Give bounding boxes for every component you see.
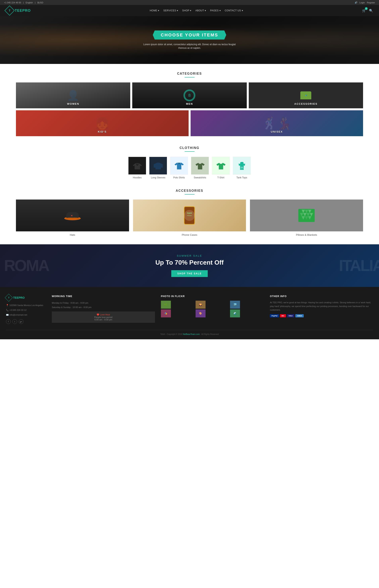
speaker-icon: 🔊	[355, 1, 358, 4]
hoodie-svg	[132, 160, 143, 171]
clothing-polo[interactable]: Polo Shirts	[170, 157, 188, 179]
twitter-icon[interactable]: t	[12, 319, 17, 324]
hats-label: Hats	[70, 233, 75, 236]
polo-svg	[174, 160, 185, 171]
nav-home[interactable]: HOME ▾	[150, 9, 159, 12]
clothing-tanktops[interactable]: INKED DO BETTER Tank Tops	[233, 157, 251, 179]
currency-selector[interactable]: $USD	[37, 1, 43, 4]
logo[interactable]: T TEEPRO	[6, 7, 31, 14]
categories-row2: 👧 KID'S 🕺💃 UNISEX	[16, 110, 363, 136]
clothing-longsleeves[interactable]: Long Sleeves	[149, 157, 167, 179]
login-link[interactable]: Login	[360, 1, 365, 4]
nav-contact[interactable]: CONTACT US ▾	[225, 9, 243, 12]
tshirt-label: T-Shirt	[217, 176, 224, 179]
sale-banner: SUMMER SALE Up To 70% Percent Off SHOP T…	[0, 244, 379, 287]
accessories-grid: M Hats Digital Follower Phone Cases	[16, 200, 363, 236]
accessory-phonecases[interactable]: Digital Follower Phone Cases	[133, 200, 246, 236]
shop-sale-button[interactable]: SHOP THE SALE	[171, 270, 207, 277]
cart-icon[interactable]: 🛒 0	[362, 9, 366, 13]
nav-pages[interactable]: PAGES ▾	[210, 9, 221, 12]
header: T TEEPRO HOME ▾ SERVICES ▾ SHOP ▾ ABOUT …	[0, 5, 379, 16]
footer-email: ✉️ info@cmsmart.net	[6, 313, 46, 317]
visa-icon: VISA	[287, 314, 294, 317]
phone-number: +1 045 224 48 00	[4, 1, 21, 4]
flickr-photo-5[interactable]: 🎨	[196, 309, 205, 317]
flickr-photo-6[interactable]: 🌊	[230, 309, 240, 317]
hat-svg: M	[63, 207, 81, 223]
cat-label-kids: KID'S	[98, 130, 107, 133]
nav-services[interactable]: SERVICES ▾	[163, 9, 178, 12]
sweatshirts-label: Sweatshirts	[194, 176, 206, 179]
main-nav: HOME ▾ SERVICES ▾ SHOP ▾ ABOUT ▾ PAGES ▾…	[150, 9, 243, 12]
flickr-photo-3[interactable]: 🏙️	[230, 301, 240, 309]
footer-photos-grid: 🌿 🌄 🏙️ 🎭 🎨 🌊	[161, 301, 264, 317]
clothing-tshirt[interactable]: T-Shirt	[212, 157, 230, 179]
footer-bottom: Tshirt - Copyright © 2018 NetBaseTeam.co…	[6, 330, 373, 335]
top-bar: +1 045 224 48 00 | English | $USD 🔊 Logi…	[0, 0, 379, 5]
svg-text:Follower: Follower	[187, 215, 192, 216]
clothing-hoodies[interactable]: Hoodies	[128, 157, 146, 179]
language-selector[interactable]: English	[26, 1, 33, 4]
hero-background	[0, 16, 379, 64]
accessories-main-title: ACCESSORIES	[16, 189, 363, 195]
footer-working-title: WORKING TIME	[52, 295, 155, 298]
footer-flickr-title: PHOTO IN FLICKR	[161, 295, 264, 298]
facebook-icon[interactable]: f	[6, 319, 11, 324]
accessory-pillows[interactable]: Pillows & Blankets	[250, 200, 363, 236]
credit-link[interactable]: NetBaseTeam.com	[183, 333, 200, 335]
flickr-photo-1[interactable]: 🌿	[161, 301, 171, 309]
category-accessories[interactable]: 🧢 ACCESSORIES	[249, 82, 363, 108]
footer-col-other: OTHER INFO At TEE PRO, we're good at two…	[270, 295, 373, 324]
hero-subtitle: Lorem ipsum dolor sit amet, consectetur …	[140, 43, 239, 50]
footer-col-flickr: PHOTO IN FLICKR 🌿 🌄 🏙️ 🎭 🎨 🌊	[161, 295, 264, 324]
footer-love-hour: ❤️ Love Hour People love period 6:00 am …	[52, 311, 155, 323]
cat-label-accessories: ACCESSORIES	[294, 102, 317, 105]
nav-about[interactable]: ABOUT ▾	[195, 9, 206, 12]
category-women[interactable]: 👤 WOMEN	[16, 82, 130, 108]
footer-col-brand: T TEEPRO 📍 102580 Santa Monica Los Angel…	[6, 295, 46, 324]
polo-img	[170, 157, 188, 175]
footer-social: f t g+	[6, 319, 46, 324]
paypal-icon: PayPal	[270, 314, 279, 317]
tanktops-img: INKED DO BETTER	[233, 157, 251, 175]
flickr-photo-4[interactable]: 🎭	[161, 309, 171, 317]
tanktop-svg: INKED DO BETTER	[237, 160, 247, 171]
footer-logo[interactable]: T TEEPRO	[6, 295, 46, 300]
clothing-section: CLOTHING Hoodies Long Sleeves	[0, 144, 379, 187]
hero-title: CHOOSE YOUR ITEMS	[161, 32, 218, 38]
footer-col-working: WORKING TIME Monday to Friday : 8:00 am …	[52, 295, 155, 324]
search-icon[interactable]: 🔍	[369, 9, 373, 13]
logo-icon: T	[5, 6, 15, 16]
footer-working-hours: Monday to Friday : 8:00 am - 8:00 pm Sat…	[52, 301, 155, 309]
sweatshirts-img	[191, 157, 209, 175]
flickr-photo-2[interactable]: 🌄	[196, 301, 205, 309]
accessory-hats[interactable]: M Hats	[16, 200, 129, 236]
pillows-img	[250, 200, 363, 231]
nav-shop[interactable]: SHOP ▾	[182, 9, 191, 12]
payment-icons: PayPal MC VISA AMEX	[270, 314, 373, 317]
clothing-grid: Hoodies Long Sleeves Polo Shirts	[16, 157, 363, 179]
logo-text: TEEPRO	[15, 9, 31, 13]
clothing-sweatshirts[interactable]: Sweatshirts	[191, 157, 209, 179]
categories-title: CATEGORIES	[16, 72, 363, 77]
longsleeves-img	[149, 157, 167, 175]
register-link[interactable]: Register	[367, 1, 375, 4]
footer-logo-text: TEEPRO	[13, 296, 25, 299]
sale-subtitle: SUMMER SALE	[6, 254, 373, 257]
sale-title: Up To 70% Percent Off	[6, 259, 373, 266]
footer-other-title: OTHER INFO	[270, 295, 373, 298]
amex-icon: AMEX	[295, 314, 304, 317]
mastercard-icon: MC	[280, 314, 286, 317]
footer-phone: 📞 +3 045 224 33 12	[6, 308, 46, 312]
googleplus-icon[interactable]: g+	[19, 319, 23, 324]
category-kids[interactable]: 👧 KID'S	[16, 110, 189, 136]
footer-contact-info: 📍 102580 Santa Monica Los Angeles 📞 +3 0…	[6, 303, 46, 317]
svg-text:Digital: Digital	[187, 212, 192, 214]
cat-label-women: WOMEN	[67, 102, 79, 105]
pillow-svg	[297, 206, 316, 224]
footer-logo-icon: T	[5, 294, 13, 302]
hoodies-label: Hoodies	[133, 176, 142, 179]
svg-text:M: M	[71, 215, 73, 217]
category-unisex[interactable]: 🕺💃 UNISEX	[190, 110, 363, 136]
category-men[interactable]: 8 MEN	[132, 82, 247, 108]
